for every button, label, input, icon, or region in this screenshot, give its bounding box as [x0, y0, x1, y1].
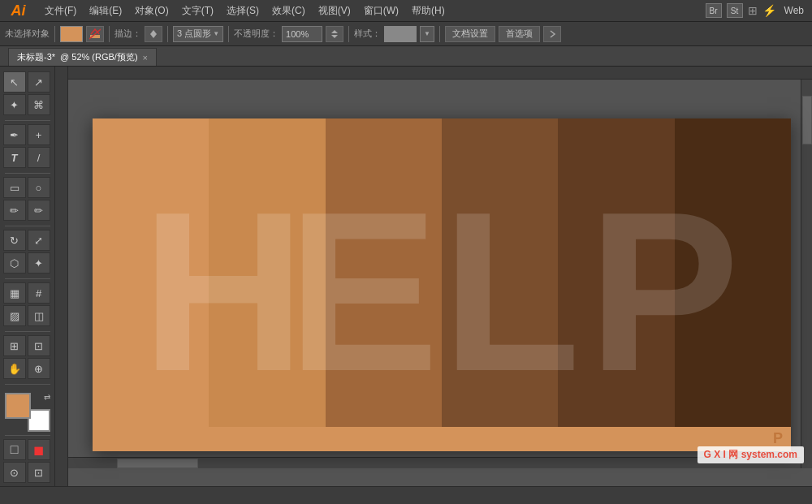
zoom-tool[interactable]: ⊕: [28, 358, 50, 379]
tool-separator-5: [5, 331, 50, 332]
tool-separator-1: [5, 120, 50, 121]
background-color-swatch[interactable]: [28, 409, 50, 432]
color-area: ⇄: [5, 393, 50, 432]
fill-color-swatch[interactable]: [60, 26, 83, 42]
blend-tool[interactable]: ⬡: [3, 252, 26, 274]
bottom-strip-row: P: [93, 427, 791, 451]
bottom-text-hint: P: [773, 430, 783, 447]
svg-text:E: E: [287, 165, 439, 418]
doc-settings-button[interactable]: 文档设置: [445, 26, 495, 42]
watermark: G X I 网 system.com: [698, 446, 804, 463]
app-logo: Ai: [5, 2, 32, 19]
tool-row-11: ⊞ ⊡: [3, 335, 52, 356]
tool-row-6: ✏ ✏: [3, 200, 52, 221]
tool-row-8: ⬡ ✦: [3, 252, 52, 274]
swap-colors-icon[interactable]: ⇄: [44, 393, 50, 402]
menu-view[interactable]: 视图(V): [312, 0, 357, 22]
fill-options-button[interactable]: [86, 26, 104, 42]
stroke-arrows-icon: [148, 28, 159, 40]
tool-separator-2: [5, 173, 50, 174]
tool-row-7: ↻ ⤢: [3, 230, 52, 251]
tb-separator-4: [228, 26, 229, 42]
tool-row-color-mode: □ ◼: [3, 439, 52, 460]
chevron-right-icon: [546, 28, 558, 40]
power-icon[interactable]: ⚡: [762, 4, 776, 17]
svg-text:H: H: [141, 165, 305, 418]
doc-tabs: 未标题-3* @ 52% (RGB/预览) ×: [0, 46, 812, 67]
slice-tool[interactable]: ◫: [28, 305, 50, 326]
menu-object[interactable]: 对象(O): [128, 0, 175, 22]
stroke-mode-button[interactable]: ◼: [28, 439, 50, 460]
foreground-color-swatch[interactable]: [5, 393, 31, 419]
preferences-button[interactable]: 首选项: [499, 26, 540, 42]
menu-window[interactable]: 窗口(W): [357, 0, 405, 22]
ellipse-tool[interactable]: ○: [28, 177, 50, 198]
tool-separator-6: [5, 384, 50, 385]
tool-row-10: ▨ ◫: [3, 305, 52, 326]
opacity-input[interactable]: [282, 26, 322, 42]
fill-mode-button[interactable]: □: [3, 439, 26, 460]
select-tool[interactable]: ↖: [3, 71, 26, 93]
direct-select-tool[interactable]: ↗: [28, 71, 50, 93]
stroke-up-button[interactable]: [145, 26, 162, 42]
line-tool[interactable]: /: [28, 147, 50, 168]
pen-tool[interactable]: ✒: [3, 124, 26, 145]
canvas-wrapper: .help-letter { font-family: 'Arial Black…: [71, 83, 812, 486]
help-text-svg: .help-letter { font-family: 'Arial Black…: [93, 118, 791, 427]
opacity-arrows-icon: [330, 28, 339, 40]
style-dropdown[interactable]: ▼: [420, 26, 434, 42]
type-tool[interactable]: T: [3, 147, 26, 168]
menu-edit[interactable]: 编辑(E): [83, 0, 128, 22]
tool-separator-4: [5, 278, 50, 279]
canvas-document: .help-letter { font-family: 'Arial Black…: [93, 118, 791, 451]
pencil-tool[interactable]: ✏: [28, 200, 50, 221]
anchor-tool[interactable]: +: [28, 124, 50, 145]
chart-tool[interactable]: ▨: [3, 305, 26, 326]
tb-separator-3: [167, 26, 168, 42]
tool-row-5: ▭ ○: [3, 177, 52, 198]
document-tab[interactable]: 未标题-3* @ 52% (RGB/预览) ×: [8, 48, 157, 66]
status-bar: [0, 486, 812, 504]
tool-separator-3: [5, 226, 50, 226]
brush-tool[interactable]: ✏: [3, 200, 26, 221]
menu-right-group: Br St ⊞ ⚡ Web: [706, 3, 807, 18]
eyedropper-tool[interactable]: ✦: [28, 252, 50, 274]
bridge-button[interactable]: Br: [706, 3, 722, 18]
gradient-tool[interactable]: ▦: [3, 282, 26, 304]
brush-type-dropdown[interactable]: 3 点圆形 ▼: [173, 26, 223, 42]
tool-separator-7: [5, 435, 50, 436]
rect-tool[interactable]: ▭: [3, 177, 26, 198]
magic-wand-tool[interactable]: ✦: [3, 94, 26, 115]
menu-effect[interactable]: 效果(C): [266, 0, 312, 22]
normal-mode-button[interactable]: ⊙: [3, 462, 26, 483]
artboard-tool[interactable]: ⊞: [3, 335, 26, 356]
menu-text[interactable]: 文字(T): [175, 0, 220, 22]
more-options-button[interactable]: [543, 26, 561, 42]
toolbar: 未选择对象 描边： 3 点圆形 ▼ 不透明度： 样式： ▼ 文档设置 首选项: [0, 22, 812, 46]
menu-file[interactable]: 文件(F): [38, 0, 83, 22]
tool-row-9: ▦ #: [3, 282, 52, 304]
slice2-tool[interactable]: ⊡: [28, 335, 50, 356]
toolbox: ↖ ↗ ✦ ⌘ ✒ + T / ▭ ○ ✏ ✏ ↻ ⤢ ⬡: [0, 67, 55, 486]
tab-title: 未标题-3*: [17, 51, 55, 63]
tab-close-button[interactable]: ×: [143, 53, 148, 62]
menu-select[interactable]: 选择(S): [220, 0, 266, 22]
menu-bar: Ai 文件(F) 编辑(E) 对象(O) 文字(T) 选择(S) 效果(C) 视…: [0, 0, 812, 22]
svg-text:L: L: [442, 165, 581, 418]
grid-icon[interactable]: ⊞: [748, 4, 758, 17]
tb-separator-1: [54, 26, 55, 42]
mesh-tool[interactable]: #: [28, 282, 50, 304]
tb-separator-2: [109, 26, 110, 42]
watermark-gxi: G X I: [704, 449, 726, 460]
stock-button[interactable]: St: [727, 3, 743, 18]
scale-tool[interactable]: ⤢: [28, 230, 50, 251]
tool-row-2: ✦ ⌘: [3, 94, 52, 115]
hand-tool[interactable]: ✋: [3, 358, 26, 379]
change-view-button[interactable]: ⊡: [28, 462, 50, 483]
lasso-tool[interactable]: ⌘: [28, 94, 50, 115]
opacity-arrows-button[interactable]: [326, 26, 343, 42]
rotate-tool[interactable]: ↻: [3, 230, 26, 251]
ruler-left: [55, 67, 68, 486]
menu-help[interactable]: 帮助(H): [405, 0, 451, 22]
style-swatch[interactable]: [384, 26, 417, 42]
